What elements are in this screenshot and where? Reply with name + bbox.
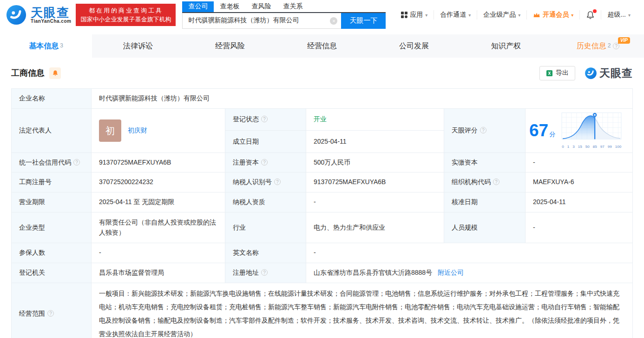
menu-super-label: 超级... — [607, 11, 626, 19]
field-label: 天眼评分? — [444, 109, 526, 153]
field-label: 营业期限 — [12, 192, 92, 212]
score-distribution-chart: 0131550859799100 — [561, 112, 622, 150]
chevron-down-icon: ▾ — [425, 13, 427, 18]
tianyancha-logo-icon — [6, 4, 27, 26]
search-tab-relation[interactable]: 查关系 — [277, 1, 309, 12]
promo-banner-line2: 国家中小企业发展子基金旗下机构 — [80, 15, 171, 24]
help-icon[interactable]: ? — [261, 159, 268, 166]
watermark-text: 天眼查 — [599, 66, 633, 80]
subscribe-bell-badge[interactable] — [49, 67, 61, 79]
reg-address-cell: 山东省潍坊市昌乐县乔官镇大沂路8888号 附近公司 — [306, 263, 633, 283]
excel-icon — [546, 70, 553, 77]
menu-cooperation-label: 合作通道 — [440, 11, 466, 19]
tianyancha-watermark-icon — [585, 67, 597, 80]
notification-red-dot — [593, 9, 597, 13]
org-code-value: MAEFXUYA-6 — [526, 172, 633, 192]
avatar[interactable]: 初 — [99, 119, 121, 142]
top-menu: 应用 ▾ 合作通道 ▾ 企业级产品 ▾ 开通会员 ▾ — [395, 10, 637, 20]
field-label: 核准日期 — [444, 192, 526, 212]
menu-cooperation[interactable]: 合作通道 ▾ — [434, 10, 477, 20]
company-nav-tabs: 基本信息 3 法律诉讼 经营风险 经营信息 公司发展 知识产权 历史信息 2 ?… — [0, 34, 644, 58]
help-icon[interactable]: ? — [480, 127, 486, 133]
field-label: 注册地址? — [225, 263, 306, 283]
table-row: 工商注册号 370725200224232 纳税人识别号? 91370725MA… — [12, 172, 633, 192]
promo-banner[interactable]: 都在用的商业查询工具 国家中小企业发展子基金旗下机构 — [76, 4, 176, 26]
score-number: 67 — [529, 121, 548, 140]
field-label: 行业 — [225, 212, 306, 243]
reg-capital-value: 500万人民币 — [306, 153, 444, 172]
section-title: 工商信息 — [11, 67, 45, 79]
staff-size-value: - — [526, 212, 633, 243]
tyc-score-cell: 67分 — [526, 109, 633, 153]
search-tab-boss[interactable]: 查老板 — [214, 1, 245, 12]
help-icon[interactable]: ? — [73, 159, 80, 166]
clear-search-icon[interactable]: × — [330, 17, 337, 25]
table-row: 参保人数 - 英文名称 - — [12, 243, 633, 263]
search-tab-company[interactable]: 查公司 — [182, 1, 214, 12]
search-tab-risk[interactable]: 查风险 — [245, 1, 277, 12]
field-label: 实缴资本 — [444, 153, 526, 172]
field-label: 成立日期 — [225, 130, 306, 152]
tab-intellectual-property[interactable]: 知识产权 — [460, 34, 552, 58]
search-button[interactable]: 天眼一下 — [341, 13, 386, 29]
status-open-link[interactable]: 开业 — [314, 115, 327, 123]
field-label: 工商注册号 — [12, 172, 92, 192]
score-value: 67分 — [529, 122, 555, 139]
reg-authority-value: 昌乐县市场监督管理局 — [92, 263, 225, 283]
help-icon[interactable]: ? — [47, 310, 54, 317]
brand-name: 天眼查 — [31, 7, 71, 19]
table-row: 企业名称 时代骐骥新能源科技（潍坊）有限公司 — [12, 89, 633, 109]
menu-super-vip[interactable]: 超级... ▾ — [601, 10, 637, 20]
establish-date-value: 2025-04-11 — [306, 130, 444, 152]
tab-operating-risk[interactable]: 经营风险 — [184, 34, 276, 58]
score-axis-labels: 0131550859799100 — [561, 144, 622, 150]
tianyancha-logo[interactable]: 天眼查 TianYanCha.com — [6, 4, 71, 26]
promo-banner-line1: 都在用的商业查询工具 — [80, 6, 171, 15]
credit-code-value: 91370725MAEFXUYA6B — [92, 153, 225, 172]
table-row: 企业类型 有限责任公司（非自然人投资或控股的法人独资） 行业 电力、热力生产和供… — [12, 212, 633, 243]
approval-date-value: 2025-04-11 — [526, 192, 633, 212]
industry-value: 电力、热力生产和供应业 — [306, 212, 444, 243]
watermark-logo: 天眼查 — [585, 66, 633, 80]
top-header: 天眼查 TianYanCha.com 都在用的商业查询工具 国家中小企业发展子基… — [0, 0, 644, 30]
field-label: 经营范围? — [12, 283, 92, 338]
tab-basic-info[interactable]: 基本信息 3 — [0, 34, 92, 58]
tab-history-info[interactable]: 历史信息 2 ? VIP — [552, 34, 644, 58]
field-label: 英文名称 — [225, 243, 306, 263]
score-unit: 分 — [549, 131, 555, 138]
menu-notifications[interactable] — [579, 10, 601, 20]
menu-enterprise-products[interactable]: 企业级产品 ▾ — [477, 10, 526, 20]
tab-basic-info-label: 基本信息 — [29, 41, 59, 51]
search-area: 查公司 查老板 查风险 查关系 × 天眼一下 — [182, 1, 386, 29]
help-icon[interactable]: ? — [493, 179, 499, 185]
search-input[interactable] — [182, 13, 341, 29]
help-icon[interactable]: ? — [613, 43, 619, 49]
legal-rep-link[interactable]: 初庆财 — [128, 126, 147, 136]
field-label: 法定代表人 — [12, 109, 92, 153]
apps-grid-icon — [401, 12, 407, 18]
field-label: 参保人数 — [12, 243, 92, 263]
field-label: 统一社会信用代码? — [12, 153, 92, 172]
nearby-companies-link[interactable]: 附近公司 — [438, 269, 464, 276]
table-row: 经营范围? 一般项目：新兴能源技术研发；新能源汽车换电设施销售；在线能源计量技术… — [12, 283, 633, 338]
menu-vip[interactable]: 开通会员 ▾ — [526, 10, 579, 20]
help-icon[interactable]: ? — [274, 179, 281, 185]
field-label: 登记机关 — [12, 263, 92, 283]
tab-legal-proceedings[interactable]: 法律诉讼 — [92, 34, 184, 58]
export-button[interactable]: 导出 — [539, 66, 575, 80]
tab-company-development[interactable]: 公司发展 — [368, 34, 460, 58]
bell-icon — [52, 70, 59, 77]
table-row: 统一社会信用代码? 91370725MAEFXUYA6B 注册资本? 500万人… — [12, 153, 633, 172]
chevron-down-icon: ▾ — [571, 13, 573, 18]
chevron-down-icon: ▾ — [468, 13, 471, 18]
insured-count-value: - — [92, 243, 225, 263]
help-icon[interactable]: ? — [261, 116, 268, 122]
menu-apps[interactable]: 应用 ▾ — [395, 10, 434, 20]
help-icon[interactable]: ? — [261, 269, 268, 276]
crown-icon — [533, 12, 540, 18]
field-label: 注册资本? — [225, 153, 306, 172]
field-label: 纳税人资质 — [225, 192, 306, 212]
tab-operating-info[interactable]: 经营信息 — [276, 34, 368, 58]
field-label: 登记状态? — [225, 109, 306, 131]
vip-badge: VIP — [618, 37, 630, 44]
